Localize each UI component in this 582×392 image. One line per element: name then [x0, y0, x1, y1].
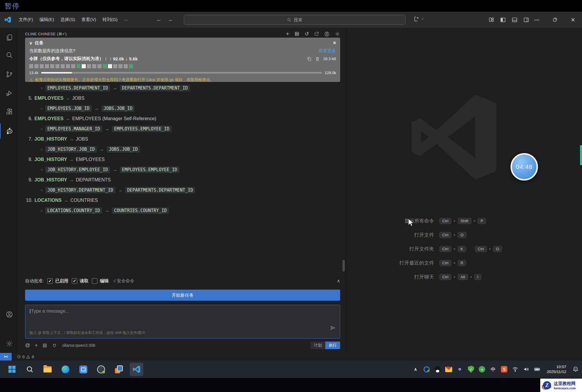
model-selector[interactable]: ollama:qwen3:30b [62, 343, 95, 348]
act-mode-button[interactable]: 执行 [325, 342, 340, 349]
vm-app[interactable] [112, 363, 125, 376]
mode-toggle[interactable]: 计划 执行 [310, 342, 340, 349]
task-close-icon[interactable]: × [333, 40, 336, 46]
command-search-input[interactable]: 搜索 [184, 15, 406, 25]
mail-tray-icon[interactable] [445, 366, 452, 373]
ime-indicator[interactable]: 中 [490, 366, 497, 373]
volume-icon[interactable] [523, 366, 530, 373]
code-chip: JOB_HISTORY.DEPARTMENT_ID [45, 187, 115, 193]
recorder-pause-label[interactable]: 暂停 [5, 1, 20, 11]
minimize-button[interactable]: — [528, 12, 546, 28]
menu-more[interactable]: ··· [121, 16, 132, 24]
token-segments [29, 64, 336, 68]
source-control-icon[interactable] [0, 67, 18, 82]
message-input[interactable]: | Type a message... 输入 @ 获取上下文，/ 获取斜杠命令和… [25, 305, 340, 339]
folder-icon [43, 366, 52, 372]
tray-expand-chevron[interactable]: ∧ [412, 366, 419, 373]
auto-approve-read[interactable]: ✓ 读取 [72, 278, 88, 284]
settings-gear-icon[interactable] [0, 336, 18, 351]
menu-selection[interactable]: 选择(S) [57, 15, 78, 24]
mcp-footer-icon[interactable] [42, 343, 47, 348]
delete-task-icon[interactable] [315, 57, 320, 61]
menu-file[interactable]: 文件(F) [15, 15, 36, 24]
open-in-editor-icon[interactable] [314, 31, 319, 36]
file-explorer[interactable] [41, 363, 54, 376]
taskbar-date: 2025/11/12 [547, 369, 566, 374]
steam-tray-icon[interactable] [456, 366, 463, 373]
toggle-sidebar-icon[interactable] [500, 17, 506, 23]
media-app[interactable] [76, 363, 90, 376]
chat-scrollbar[interactable] [342, 260, 345, 272]
history-icon[interactable]: ↺ [305, 31, 309, 37]
run-debug-icon[interactable] [0, 85, 18, 101]
task-collapse-chevron[interactable]: ∨ [29, 41, 32, 46]
qq-browser-tray-icon[interactable] [423, 366, 430, 373]
auto-approve-bar[interactable]: 自动批准: ✓ 已启用 ✓ 读取 编辑 √ 安全命令 ∧ [25, 276, 340, 286]
auto-approve-edit[interactable]: 编辑 [92, 278, 109, 284]
task-card: ∨ 任务 × 当前数据库的连接信息? 查看更多 令牌（仅供参考，请以实际消耗为准… [25, 38, 340, 82]
send-icon[interactable] [330, 325, 336, 331]
vscode-taskbar-app[interactable] [130, 363, 143, 376]
mcp-servers-icon[interactable] [294, 31, 300, 36]
editor-scrollbar-indicator[interactable] [580, 145, 582, 165]
notifications-bell-icon[interactable]: z [572, 366, 579, 373]
battery-icon[interactable] [534, 366, 541, 373]
problems-indicator[interactable]: 0 0 [17, 355, 34, 359]
accounts-icon[interactable] [0, 307, 18, 322]
edge-browser[interactable] [59, 363, 72, 376]
menu-goto[interactable]: 转到(G) [99, 15, 121, 24]
security-360-tray-icon[interactable]: + [478, 366, 485, 373]
menu-view[interactable]: 查看(V) [78, 15, 99, 24]
cline-settings-gear-icon[interactable] [335, 31, 340, 37]
new-task-icon[interactable]: + [286, 32, 289, 36]
wifi-icon[interactable] [512, 366, 519, 373]
checkbox-read[interactable]: ✓ [72, 278, 77, 284]
context-mention-icon[interactable]: @ [25, 342, 30, 348]
cline-extension-icon[interactable] [0, 123, 18, 139]
restore-button[interactable] [546, 12, 564, 28]
checkbox-edit[interactable] [92, 278, 97, 284]
windows-taskbar: ∧ ✓ + 中 S 10:07 2025/11/12 z [0, 360, 582, 378]
customize-chat-layout-icon[interactable] [414, 16, 424, 22]
search-placeholder: 搜索 [294, 17, 303, 23]
taskbar-search[interactable] [23, 363, 36, 376]
screen-recorder-app[interactable] [94, 363, 108, 376]
recorder-timer-overlay[interactable]: 04:48 [511, 153, 538, 181]
plus-separator: + [453, 261, 456, 265]
editor-layout-icon[interactable] [489, 17, 494, 22]
account-icon[interactable] [324, 31, 330, 37]
menu-edit[interactable]: 编辑(E) [36, 15, 57, 24]
code-chip: EMPLOYEES.EMPLOYEE_ID [120, 167, 179, 173]
start-new-task-button[interactable]: 开始新任务 [25, 290, 340, 301]
search-sidebar-icon[interactable] [0, 48, 18, 63]
taskbar-clock[interactable]: 10:07 2025/11/12 [545, 364, 568, 374]
plus-separator: + [453, 219, 456, 223]
explorer-icon[interactable] [0, 30, 18, 45]
warning-count: 0 [32, 355, 34, 359]
api-provider-icon[interactable] [52, 343, 57, 348]
see-more-link[interactable]: 查看更多 [319, 48, 336, 54]
auto-approve-expand-chevron[interactable]: ∧ [337, 278, 340, 284]
table-from: JOB_HISTORY [34, 136, 67, 142]
qq-tray-icon[interactable] [434, 366, 441, 373]
toggle-panel-icon[interactable] [512, 17, 518, 23]
search-icon [287, 18, 291, 22]
close-button[interactable]: × [564, 12, 582, 28]
shortcut-row: 打开文件夹 Ctrl+ K Ctrl+ O [355, 242, 547, 256]
workbench: CLINE CHINESE (⌘+') + ↺ ∨ 任务 × 当前数据库的连接信… [0, 28, 582, 353]
remote-indicator[interactable]: >< [0, 353, 12, 360]
add-attachment-icon[interactable]: + [35, 342, 38, 348]
plan-mode-button[interactable]: 计划 [310, 342, 325, 349]
sogou-tray-icon[interactable]: S [501, 366, 508, 373]
start-button[interactable] [5, 363, 19, 376]
checkbox-enabled[interactable]: ✓ [47, 278, 53, 284]
auto-approve-enabled[interactable]: ✓ 已启用 [47, 278, 68, 284]
bullet-icon: ○ [41, 127, 43, 131]
code-chip: EMPLOYEES.MANAGER_ID [45, 126, 102, 132]
nav-forward-icon[interactable]: → [167, 17, 173, 23]
shortcut-label: 打开文件 [355, 232, 439, 238]
copy-icon[interactable] [307, 57, 312, 61]
antivirus-shield-tray-icon[interactable]: ✓ [467, 366, 474, 373]
nav-back-icon[interactable]: ← [156, 17, 162, 23]
extensions-icon[interactable] [0, 104, 18, 119]
